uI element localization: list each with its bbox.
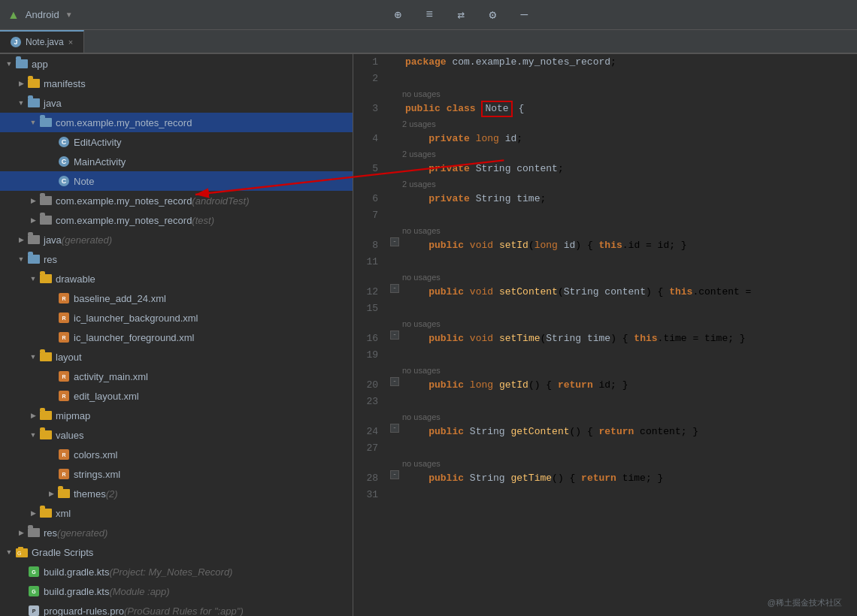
sidebar-item-res-generated[interactable]: ▶ res (generated) bbox=[0, 523, 353, 542]
sidebar-item-test[interactable]: ▶ com.example.my_notes_record (test) bbox=[0, 210, 353, 230]
sidebar-item-baseline-add[interactable]: R baseline_add_24.xml bbox=[0, 288, 353, 308]
sidebar-item-strings[interactable]: R strings.xml bbox=[0, 464, 353, 484]
gutter-24[interactable]: - bbox=[387, 424, 402, 433]
sidebar-item-values[interactable]: ▼ values bbox=[0, 425, 353, 445]
res-icon-edit-layout: R bbox=[57, 389, 71, 403]
sidebar-item-build-gradle-app[interactable]: G build.gradle.kts (Module :app) bbox=[0, 581, 353, 601]
label-java-generated: java bbox=[44, 234, 62, 246]
prop-icon-proguard: P bbox=[27, 604, 41, 616]
sync-icon[interactable]: ⇄ bbox=[453, 7, 469, 23]
fold-icon-16[interactable]: - bbox=[390, 331, 399, 340]
hint-text-16: no usages bbox=[402, 317, 441, 331]
folder-icon-xml bbox=[39, 506, 53, 520]
line-num-19: 19 bbox=[353, 347, 387, 364]
sidebar-item-ic-launcher-fg[interactable]: R ic_launcher_foreground.xml bbox=[0, 328, 353, 347]
fold-icon-24[interactable]: - bbox=[390, 424, 399, 433]
label-activity-main: activity_main.xml bbox=[74, 371, 148, 382]
gutter-8[interactable]: - bbox=[387, 237, 402, 246]
sidebar-item-manifests[interactable]: ▶ manifests bbox=[0, 74, 353, 93]
sidebar-item-main-activity[interactable]: ▶ C MainActivity bbox=[0, 152, 353, 171]
line-num-15: 15 bbox=[353, 300, 387, 317]
label-ic-launcher-bg: ic_launcher_background.xml bbox=[74, 313, 198, 324]
line-content-23 bbox=[402, 394, 857, 410]
label-res-generated-suffix: (generated) bbox=[57, 527, 108, 539]
arrow-manifests: ▶ bbox=[15, 80, 27, 87]
sidebar-item-edit-activity[interactable]: ▶ C EditActivity bbox=[0, 132, 353, 152]
label-build-gradle-project: build.gradle.kts bbox=[44, 566, 109, 578]
code-line-4: 4 private long id; bbox=[353, 131, 857, 147]
code-line-6: 6 private String time; bbox=[353, 191, 857, 207]
fold-icon-28[interactable]: - bbox=[390, 470, 399, 479]
sidebar-item-app[interactable]: ▼ app bbox=[0, 54, 353, 74]
sidebar-item-layout[interactable]: ▼ layout bbox=[0, 347, 353, 367]
folder-icon-themes bbox=[57, 487, 71, 500]
gradle-icon-build-app: G bbox=[27, 584, 41, 598]
arrow-java-generated: ▶ bbox=[15, 236, 27, 243]
label-java: java bbox=[44, 98, 62, 109]
sidebar-item-build-gradle-project[interactable]: G build.gradle.kts (Project: My_Notes_Re… bbox=[0, 562, 353, 581]
line-content-27 bbox=[402, 440, 857, 457]
label-colors: colors.xml bbox=[74, 449, 118, 460]
sidebar-item-drawable[interactable]: ▼ drawable bbox=[0, 269, 353, 288]
sidebar-item-mipmap[interactable]: ▶ mipmap bbox=[0, 406, 353, 425]
sidebar-item-xml[interactable]: ▶ xml bbox=[0, 503, 353, 523]
sidebar-item-proguard[interactable]: P proguard-rules.pro (ProGuard Rules for… bbox=[0, 601, 353, 616]
res-icon-ic-launcher-bg: R bbox=[57, 311, 71, 325]
label-java-generated-suffix: (generated) bbox=[62, 234, 112, 246]
fold-icon-20[interactable]: - bbox=[390, 377, 399, 386]
android-icon: ▲ bbox=[8, 8, 20, 22]
gutter-16[interactable]: - bbox=[387, 331, 402, 340]
sidebar-item-res[interactable]: ▼ res bbox=[0, 249, 353, 269]
sidebar-item-note[interactable]: ▶ C Note bbox=[0, 171, 353, 191]
class-icon-edit-activity: C bbox=[57, 135, 71, 149]
arrow-layout: ▼ bbox=[27, 353, 39, 361]
line-content-12: public void setContent(String content) {… bbox=[402, 284, 857, 300]
minimize-icon[interactable]: — bbox=[516, 7, 532, 23]
code-editor[interactable]: 1 package com.example.my_notes_record; 2… bbox=[353, 54, 857, 616]
hint-line-5: 2 usages bbox=[353, 147, 857, 161]
label-res: res bbox=[44, 254, 57, 265]
gutter-28[interactable]: - bbox=[387, 470, 402, 479]
label-main-activity: MainActivity bbox=[74, 156, 126, 168]
arrow-xml: ▶ bbox=[27, 509, 39, 517]
line-num-16: 16 bbox=[353, 331, 387, 347]
folder-icon-mipmap bbox=[39, 409, 53, 422]
fold-icon-12[interactable]: - bbox=[390, 284, 399, 293]
list-icon[interactable]: ≡ bbox=[421, 7, 438, 23]
res-icon-activity-main: R bbox=[57, 370, 71, 383]
gutter-12[interactable]: - bbox=[387, 284, 402, 293]
class-icon-main-activity: C bbox=[57, 155, 71, 168]
line-num-24: 24 bbox=[353, 424, 387, 440]
hint-line-6: 2 usages bbox=[353, 177, 857, 191]
hint-text-28: no usages bbox=[402, 457, 441, 470]
settings-icon[interactable]: ⚙ bbox=[484, 7, 501, 23]
sidebar-item-ic-launcher-bg[interactable]: R ic_launcher_background.xml bbox=[0, 308, 353, 328]
sidebar-item-java[interactable]: ▼ java bbox=[0, 93, 353, 113]
sidebar-item-activity-main[interactable]: R activity_main.xml bbox=[0, 367, 353, 386]
label-gradle-scripts: Gradle Scripts bbox=[32, 547, 93, 558]
globe-icon[interactable]: ⊕ bbox=[389, 7, 406, 23]
fold-icon-8[interactable]: - bbox=[390, 237, 399, 246]
label-edit-layout: edit_layout.xml bbox=[74, 391, 139, 402]
sidebar-item-package-main[interactable]: ▼ com.example.my_notes_record bbox=[0, 113, 353, 132]
sidebar-item-java-generated[interactable]: ▶ java (generated) bbox=[0, 230, 353, 249]
hint-text-4: 2 usages bbox=[402, 117, 436, 131]
sidebar-item-android-test[interactable]: ▶ com.example.my_notes_record (androidTe… bbox=[0, 191, 353, 210]
sidebar-item-edit-layout[interactable]: R edit_layout.xml bbox=[0, 386, 353, 406]
gutter-20[interactable]: - bbox=[387, 377, 402, 386]
hint-line-20: no usages bbox=[353, 364, 857, 377]
line-content-2 bbox=[402, 71, 857, 87]
code-line-8: 8 - public void setId(long id) { this.id… bbox=[353, 237, 857, 254]
res-icon-ic-launcher-fg: R bbox=[57, 331, 71, 344]
sidebar-item-colors[interactable]: R colors.xml bbox=[0, 445, 353, 464]
tab-note-java[interactable]: J Note.java × bbox=[0, 30, 84, 53]
line-content-7 bbox=[402, 207, 857, 224]
sidebar-item-gradle-scripts[interactable]: ▼ G Gradle Scripts bbox=[0, 542, 353, 562]
code-line-7: 7 bbox=[353, 207, 857, 224]
title-bar: ▲ Android ▼ ⊕ ≡ ⇄ ⚙ — bbox=[0, 0, 857, 30]
label-package-main: com.example.my_notes_record bbox=[56, 117, 192, 128]
tab-close-button[interactable]: × bbox=[68, 38, 73, 47]
chevron-icon[interactable]: ▼ bbox=[65, 11, 73, 19]
sidebar-item-themes[interactable]: ▶ themes (2) bbox=[0, 484, 353, 503]
line-num-2: 2 bbox=[353, 71, 387, 87]
